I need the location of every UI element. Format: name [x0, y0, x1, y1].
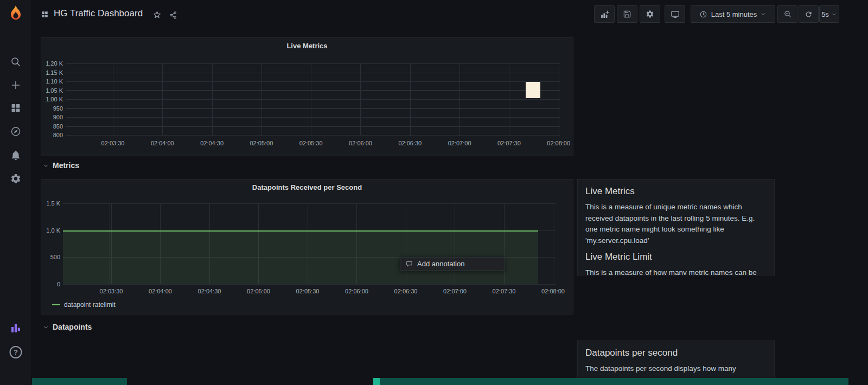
x-tick: 02:08:00 [541, 288, 565, 294]
y-tick: 1.05 K [42, 87, 63, 94]
zoom-out-icon [783, 10, 792, 18]
x-tick: 02:05:00 [247, 288, 270, 294]
panel-datapoints-rate: Datapoints Received per Second 1.5 K 1.0… [41, 179, 573, 315]
x-tick: 02:07:30 [493, 288, 516, 294]
search-icon[interactable] [10, 56, 22, 68]
y-tick: 1.10 K [42, 78, 63, 85]
text-body-datapoints: The datapoints per second displays how m… [585, 363, 767, 375]
y-tick: 900 [42, 114, 63, 120]
text-panel-datapoints: Datapoints per second The datapoints per… [577, 341, 775, 377]
refresh-interval-picker[interactable]: 5s [819, 5, 839, 23]
x-tick: 02:05:30 [296, 288, 320, 294]
x-tick: 02:05:30 [299, 140, 323, 146]
x-tick: 02:06:00 [349, 140, 372, 146]
chevron-down-icon [42, 162, 49, 169]
live-metrics-plot-area[interactable] [66, 63, 560, 136]
caret-down-icon [760, 11, 767, 17]
below-fold-panel-strip [32, 378, 127, 385]
save-dashboard-button[interactable] [617, 5, 637, 23]
row-label: Datapoints [53, 323, 92, 331]
monitor-icon [671, 10, 680, 19]
grafana-dashboard: ? HG Traffic Dashboard Last 5 minutes 5s… [0, 0, 868, 385]
y-tick: 1.00 K [42, 96, 63, 102]
x-tick: 02:07:00 [448, 140, 471, 146]
add-annotation-menu-item[interactable]: Add annotation [400, 257, 505, 271]
save-icon [623, 10, 631, 18]
text-body-live-metric-limit: This is a measure of how many metric nam… [585, 267, 767, 275]
row-header-metrics[interactable]: Metrics [42, 161, 79, 170]
y-tick: 0 [42, 281, 60, 287]
y-tick: 950 [42, 105, 63, 112]
x-tick: 02:06:00 [345, 288, 368, 294]
sidebar: ? [0, 0, 32, 385]
row-header-datapoints[interactable]: Datapoints [42, 323, 92, 331]
refresh-interval-label: 5s [821, 10, 829, 18]
configuration-gear-icon[interactable] [10, 173, 22, 184]
y-tick: 1.0 K [42, 227, 60, 234]
alerting-bell-icon[interactable] [10, 150, 22, 161]
comment-bubble-icon [405, 260, 413, 268]
hover-highlight-block [526, 82, 540, 98]
x-tick: 02:04:00 [151, 140, 174, 146]
x-tick: 02:06:30 [394, 288, 418, 294]
refresh-icon [805, 10, 813, 18]
star-icon[interactable] [152, 10, 162, 20]
x-tick: 02:03:30 [101, 140, 125, 146]
text-body-live-metrics: This is a measure of unique metric names… [585, 202, 767, 246]
y-tick: 500 [42, 254, 60, 260]
create-plus-icon[interactable] [10, 79, 22, 91]
x-tick: 02:03:30 [100, 288, 123, 294]
text-panel-live-metrics: Live Metrics This is a measure of unique… [577, 179, 775, 275]
add-annotation-label: Add annotation [417, 260, 464, 268]
legend-item[interactable]: datapoint ratelimit [52, 301, 116, 309]
share-icon[interactable] [169, 11, 177, 20]
x-tick: 02:04:30 [200, 140, 224, 146]
panel-title[interactable]: Live Metrics [41, 42, 573, 50]
y-tick: 1.5 K [42, 200, 60, 207]
clock-icon [699, 10, 707, 18]
panel-title[interactable]: Datapoints Received per Second [41, 183, 573, 191]
text-heading-datapoints: Datapoints per second [585, 348, 767, 358]
cycle-view-button[interactable] [665, 5, 685, 23]
x-tick: 02:05:00 [250, 140, 273, 146]
refresh-button[interactable] [799, 5, 819, 23]
add-panel-button[interactable] [594, 5, 615, 23]
text-heading-live-metric-limit: Live Metric Limit [585, 252, 767, 262]
help-glyph: ? [14, 348, 18, 356]
plugin-app-icon[interactable] [9, 322, 22, 335]
help-icon[interactable]: ? [10, 346, 22, 358]
panel-live-metrics: Live Metrics 1.20 K 1.15 K 1.10 K 1.05 K… [41, 37, 573, 156]
chevron-down-icon [42, 324, 49, 331]
y-tick: 850 [42, 123, 63, 130]
x-tick: 02:04:00 [149, 288, 172, 294]
y-tick: 800 [42, 132, 63, 138]
gear-icon [646, 10, 654, 18]
y-tick: 1.15 K [42, 69, 63, 76]
add-panel-icon [600, 10, 609, 19]
y-tick: 1.20 K [42, 60, 63, 67]
time-range-picker[interactable]: Last 5 minutes [691, 5, 775, 23]
dashboard-grid-icon [41, 10, 49, 18]
caret-down-icon [831, 11, 837, 17]
legend-label: datapoint ratelimit [64, 301, 116, 309]
row-label: Metrics [53, 161, 79, 170]
x-tick: 02:07:30 [497, 140, 521, 146]
x-tick: 02:06:30 [398, 140, 422, 146]
zoom-out-button[interactable] [777, 5, 797, 23]
x-tick: 02:07:00 [443, 288, 467, 294]
explore-compass-icon[interactable] [10, 126, 22, 137]
grafana-logo-icon[interactable] [6, 4, 25, 24]
x-tick: 02:08:00 [547, 140, 570, 146]
below-fold-highlight [373, 378, 380, 385]
text-heading-live-metrics: Live Metrics [585, 186, 767, 197]
dashboard-settings-button[interactable] [640, 5, 660, 23]
x-tick: 02:04:30 [198, 288, 221, 294]
dashboards-icon[interactable] [10, 102, 22, 114]
series-color-mark [52, 304, 60, 305]
time-range-label: Last 5 minutes [711, 10, 757, 18]
page-title[interactable]: HG Traffic Dashboard [54, 8, 143, 19]
datapoints-rate-plot-area[interactable] [63, 203, 556, 285]
below-fold-panel-strip [380, 378, 848, 385]
